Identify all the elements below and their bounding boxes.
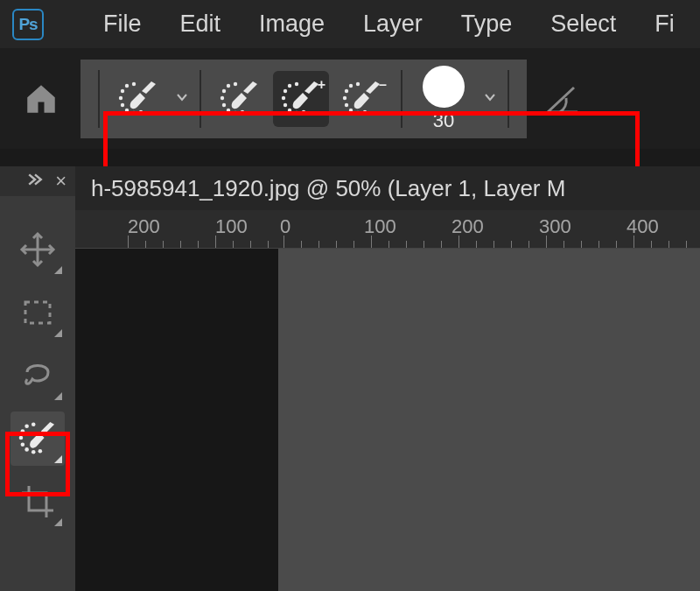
move-tool[interactable] [10,222,65,277]
menu-filter[interactable]: Fi [654,11,675,38]
svg-point-40 [24,447,29,452]
document-area: h-5985941_1920.jpg @ 50% (Layer 1, Layer… [75,166,700,591]
lasso-icon [18,356,57,395]
svg-point-39 [21,442,25,447]
tools-panel: × [0,166,75,591]
app-icon: Ps [12,9,44,40]
menu-image[interactable]: Image [259,11,325,38]
selection-brush-minus-icon: – [340,81,385,117]
svg-point-15 [241,109,244,113]
brush-size-value: 30 [433,109,454,132]
options-group: + – 30 [80,60,527,138]
ruler-ticks [75,236,700,248]
svg-point-12 [222,102,226,106]
crop-tool[interactable] [10,475,65,529]
svg-point-28 [345,102,348,106]
ruler-horizontal[interactable]: 200 100 0 100 200 300 400 [75,210,700,249]
svg-point-41 [32,450,36,454]
svg-point-31 [363,109,367,113]
menu-file[interactable]: File [103,11,142,38]
expand-icon[interactable] [27,172,43,192]
svg-point-3 [132,81,136,85]
menu-bar: Ps File Edit Image Layer Type Select Fi [0,0,700,48]
chevron-down-icon[interactable] [175,90,189,108]
svg-point-0 [119,95,122,99]
svg-point-16 [282,95,285,99]
tool-column [10,196,65,529]
svg-point-23 [302,109,305,113]
svg-point-22 [295,110,298,114]
selection-brush-tool[interactable] [10,412,65,466]
home-button[interactable] [19,77,63,121]
lasso-tool[interactable] [10,348,65,403]
svg-point-18 [288,83,291,87]
brush-angle-button[interactable] [542,77,583,121]
new-selection-button[interactable] [212,71,268,127]
marquee-icon [18,293,57,332]
svg-point-21 [288,108,291,111]
separator [508,70,509,128]
home-icon [23,81,60,117]
artboard[interactable] [278,249,700,591]
menu-edit[interactable]: Edit [180,11,221,38]
add-to-selection-button[interactable]: + [273,71,329,127]
options-bar: + – 30 [0,48,700,149]
svg-point-38 [32,423,36,427]
svg-point-11 [234,81,237,85]
menu-select[interactable]: Select [550,11,616,38]
canvas-background[interactable] [75,249,700,591]
svg-point-4 [121,102,124,106]
selection-brush-icon [217,81,262,117]
chevron-down-icon[interactable] [483,90,497,108]
svg-point-17 [284,88,287,92]
svg-point-26 [349,83,353,87]
tool-preset-button[interactable] [110,71,166,127]
crop-icon [18,482,57,521]
selection-brush-icon [116,81,161,117]
brush-preview[interactable]: 30 [413,66,474,132]
document-tab[interactable]: h-5985941_1920.jpg @ 50% (Layer 1, Layer… [75,166,700,210]
separator [98,70,100,128]
svg-point-25 [345,88,348,92]
menu-layer[interactable]: Layer [363,11,423,38]
menu-items: File Edit Image Layer Type Select Fi [103,11,675,38]
svg-point-37 [24,424,29,428]
separator [401,70,402,128]
svg-point-1 [121,88,124,92]
marquee-tool[interactable] [10,285,65,340]
svg-point-5 [125,108,129,111]
svg-point-27 [356,81,360,85]
selection-brush-icon [16,421,60,456]
svg-point-24 [343,95,346,99]
svg-point-7 [139,109,143,113]
subtract-from-selection-button[interactable]: – [334,71,390,127]
close-icon[interactable]: × [55,170,66,193]
svg-point-2 [125,83,129,87]
svg-rect-34 [25,302,50,323]
svg-point-6 [132,110,136,114]
svg-point-9 [222,88,226,92]
svg-point-35 [19,436,24,440]
svg-point-8 [220,95,224,99]
brush-tip-icon [423,66,465,108]
svg-point-29 [349,108,353,111]
svg-point-13 [227,108,230,111]
svg-point-42 [38,449,43,454]
selection-brush-plus-icon: + [278,81,324,117]
svg-point-30 [356,110,360,114]
svg-point-20 [284,102,287,106]
svg-point-19 [295,81,298,85]
panel-header: × [0,166,75,196]
svg-point-10 [227,83,230,87]
svg-point-36 [21,429,25,433]
menu-type[interactable]: Type [461,11,513,38]
separator [200,70,201,128]
move-icon [18,230,57,269]
svg-point-14 [234,110,237,114]
